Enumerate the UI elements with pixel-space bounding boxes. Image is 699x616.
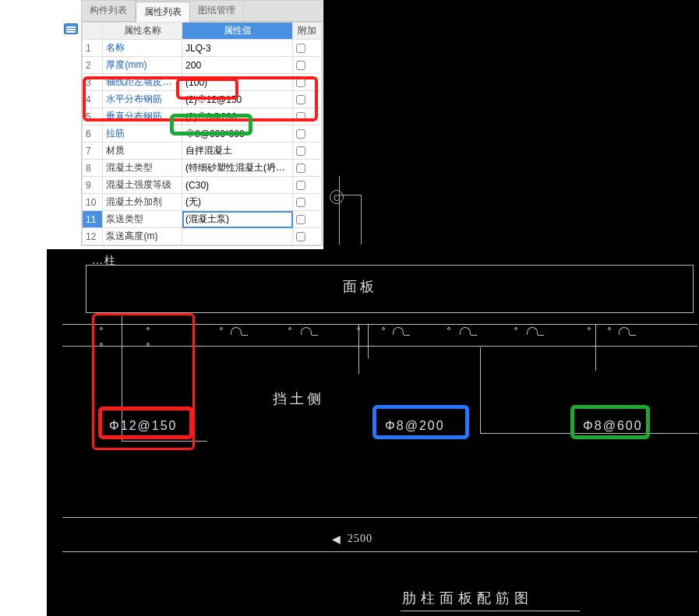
table-row[interactable]: 12 泵送高度(m) [83,228,322,245]
prop-value[interactable]: (无) [182,194,293,211]
cad-line-icon [62,324,697,325]
table-row[interactable]: 3 轴线距左墙皮… (100) [83,74,322,91]
row-index: 12 [83,228,103,245]
prop-name[interactable]: 水平分布钢筋 [106,93,162,104]
tab-bar: 构件列表 属性列表 图纸管理 [82,1,322,22]
tab-drawings[interactable]: 图纸管理 [190,1,244,21]
prop-name[interactable]: 泵送类型 [106,213,143,224]
rebar-dot-icon [220,327,223,330]
leader-line-icon [368,324,369,358]
prop-value[interactable]: 自拌混凝土 [182,143,293,160]
cad-line-icon [62,346,697,347]
prop-value[interactable]: (2)⏀8@200 [182,108,293,125]
row-index: 9 [83,177,103,194]
side-label: 挡土侧 [273,389,324,408]
rebar-hook-icon [460,327,471,335]
rebar-dot-icon [608,327,611,330]
row-index: 4 [83,91,103,108]
prop-name[interactable]: 轴线距左墙皮… [106,76,171,87]
cad-line-icon [62,551,697,552]
col-header-index [83,23,103,40]
row-index: 7 [83,143,103,160]
cad-view-edge: C [323,0,699,249]
axis-bubble: C [330,190,344,204]
row-index: 8 [83,160,103,177]
prop-name[interactable]: 混凝土外加剂 [106,196,162,207]
table-row[interactable]: 7 材质 自拌混凝土 [83,143,322,160]
table-row[interactable]: 4 水平分布钢筋 (2)⏀12@150 [83,91,322,108]
prop-value[interactable]: JLQ-3 [182,40,293,57]
prop-value[interactable]: (2)⏀12@150 [182,91,293,108]
prop-name[interactable]: 泵送高度(m) [106,231,157,241]
table-row[interactable]: 9 混凝土强度等级 (C30) [83,177,322,194]
panel-toggle-icon[interactable] [64,23,78,34]
table-row[interactable]: 2 厚度(mm) 200 [83,57,322,74]
rebar-dot-icon [288,327,291,330]
leader-line-icon [122,441,207,442]
prop-value[interactable]: (特细砂塑性混凝土(坍… [182,160,293,177]
rebar-hook-icon [527,327,538,335]
rebar-hook-icon [393,327,404,335]
rebar-hook-icon [301,327,312,335]
prop-name[interactable]: 拉筋 [106,128,125,139]
table-row[interactable]: 11 泵送类型 (混凝土泵) [83,211,322,228]
tab-components[interactable]: 构件列表 [82,1,136,21]
panel-area: 构件列表 属性列表 图纸管理 属性名称 属性值 附加 1 名称 JLQ-3 [0,0,699,249]
prop-value[interactable]: (C30) [182,177,293,194]
prop-name[interactable]: 名称 [106,42,125,53]
prop-value[interactable]: (100) [182,74,293,91]
extra-checkbox[interactable] [296,164,305,173]
property-panel: 构件列表 属性列表 图纸管理 属性名称 属性值 附加 1 名称 JLQ-3 [81,0,323,246]
row-index: 10 [83,194,103,211]
rebar-dot-icon [100,343,103,346]
extra-checkbox[interactable] [296,146,305,156]
prop-name[interactable]: 混凝土类型 [106,162,153,173]
table-row[interactable]: 5 垂直分布钢筋 (2)⏀8@200 [83,108,322,125]
extra-checkbox[interactable] [296,198,305,207]
col-header-value[interactable]: 属性值 [182,23,293,40]
tab-properties[interactable]: 属性列表 [136,2,190,22]
prop-name[interactable]: 材质 [106,145,125,156]
extra-checkbox[interactable] [296,78,305,87]
rebar-dot-icon [588,327,591,330]
col-header-extra[interactable]: 附加 [293,23,322,40]
cad-line-icon [361,195,362,245]
row-index: 1 [83,40,103,57]
extra-checkbox[interactable] [296,215,305,224]
row-index: 5 [83,108,103,125]
prop-name[interactable]: 垂直分布钢筋 [106,111,162,121]
leader-line-icon [480,347,481,433]
table-row[interactable]: 6 拉筋 ⏀8@600*600 [83,125,322,143]
cad-drawing[interactable]: …柱 面板 挡土侧 Φ12@150 Φ8@200 Φ8@600 ◀ 2500 肋… [47,249,699,616]
col-header-name[interactable]: 属性名称 [103,23,182,40]
row-index: 6 [83,125,103,143]
table-row[interactable]: 1 名称 JLQ-3 [83,40,322,57]
extra-checkbox[interactable] [296,232,305,241]
rebar-dot-icon [514,327,517,330]
extra-checkbox[interactable] [296,61,305,70]
rebar-callout-1: Φ12@150 [109,419,178,433]
row-index: 3 [83,74,103,91]
panel-outline-icon [86,265,694,313]
rebar-callout-2: Φ8@200 [385,419,445,433]
table-row[interactable]: 8 混凝土类型 (特细砂塑性混凝土(坍… [83,160,322,177]
panel-label: 面板 [343,277,377,296]
rebar-dot-icon [382,327,385,330]
prop-name[interactable]: 混凝土强度等级 [106,179,171,190]
rebar-hook-icon [231,327,242,335]
rebar-dot-icon [147,327,150,330]
cad-line-icon [62,517,697,518]
leader-line-icon [480,433,698,434]
extra-checkbox[interactable] [296,181,305,190]
table-row[interactable]: 10 混凝土外加剂 (无) [83,194,322,211]
prop-value[interactable]: 200 [182,57,293,74]
prop-value[interactable]: (混凝土泵) [182,211,293,228]
extra-checkbox[interactable] [296,44,305,53]
prop-value[interactable]: ⏀8@600*600 [182,125,293,143]
extra-checkbox[interactable] [296,129,305,139]
prop-name[interactable]: 厚度(mm) [106,59,147,70]
cad-line-icon [339,176,340,245]
prop-value[interactable] [182,228,293,245]
extra-checkbox[interactable] [296,112,305,121]
extra-checkbox[interactable] [296,95,305,104]
